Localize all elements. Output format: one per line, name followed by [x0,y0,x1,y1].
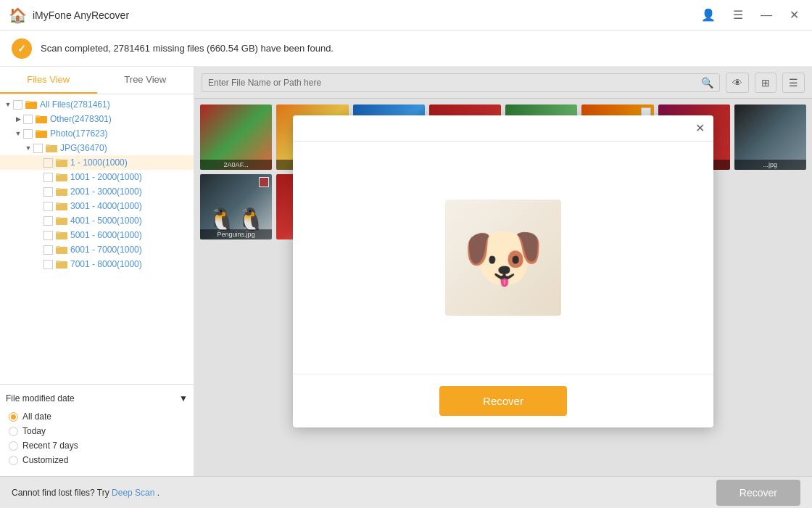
tree-item-jpg[interactable]: ▼ JPG(36470) [0,141,194,155]
tree-item-photo[interactable]: ▼ Photo(177623) [0,126,194,141]
tree-item-range-8[interactable]: 7001 - 8000(1000) [0,257,194,271]
main-layout: Files View Tree View ▼ All Files(2781461… [0,67,812,476]
radio-label-recent-7: Recent 7 days [22,441,78,451]
label-range-2: 1001 - 2000(1000) [70,172,142,182]
right-panel: 🔍 👁 ⊞ ☰ 2A0AF... E368... 2C05F70F@24815.… [194,67,812,476]
success-icon [12,38,32,59]
svg-rect-2 [25,101,30,103]
minimize-button[interactable]: — [756,7,776,23]
toggle-jpg[interactable]: ▼ [23,143,33,153]
modal-preview-image: 🐶 [445,200,561,316]
view-tabs: Files View Tree View [0,67,194,94]
checkbox-range-7[interactable] [44,245,53,255]
radio-label-today: Today [22,426,46,436]
tree-item-range-4[interactable]: 3001 - 4000(1000) [0,199,194,213]
modal-header: ✕ [293,115,713,142]
checkbox-range-2[interactable] [44,173,53,182]
toggle-all-files[interactable]: ▼ [3,99,13,110]
folder-icon-all-files [25,100,37,109]
tree-item-range-3[interactable]: 2001 - 3000(1000) [0,184,194,199]
folder-icon-range-3 [56,187,67,196]
date-filter-label: File modified date [6,393,75,403]
radio-customized[interactable]: Customized [6,453,188,467]
svg-rect-4 [36,115,40,118]
checkbox-range-1[interactable] [44,158,53,168]
window-controls: 👤 ☰ — ✕ [697,7,803,23]
checkbox-range-5[interactable] [44,216,53,226]
modal-overlay: ✕ 🐶 Recover [194,67,812,476]
folder-icon-range-2 [56,173,67,181]
tree-item-range-6[interactable]: 5001 - 6000(1000) [0,228,194,242]
radio-label-customized: Customized [22,455,68,465]
folder-icon-jpg [46,144,57,152]
svg-rect-8 [46,144,50,147]
label-range-4: 3001 - 4000(1000) [70,201,142,211]
checkbox-other[interactable] [23,115,33,124]
checkbox-range-6[interactable] [44,231,53,240]
svg-rect-12 [56,173,60,176]
bottom-bar: Cannot find lost files? Try Deep Scan . … [0,476,812,508]
svg-rect-14 [56,188,60,190]
checkbox-range-4[interactable] [44,202,53,211]
svg-rect-10 [56,159,60,161]
date-filter: File modified date ▼ All date Today Rece… [0,384,194,476]
svg-rect-16 [56,202,60,205]
tree-item-range-2[interactable]: 1001 - 2000(1000) [0,170,194,184]
close-button[interactable]: ✕ [785,7,803,23]
date-filter-header[interactable]: File modified date ▼ [6,390,188,406]
radio-circle-recent-7 [9,441,18,451]
modal-body: 🐶 [293,142,713,374]
left-panel: Files View Tree View ▼ All Files(2781461… [0,67,194,476]
label-range-8: 7001 - 8000(1000) [70,259,142,269]
svg-rect-6 [36,130,40,132]
folder-icon-other [36,115,47,123]
bottom-text-prefix: Cannot find lost files? Try [12,488,109,498]
folder-icon-range-6 [56,231,67,239]
tree-item-range-5[interactable]: 4001 - 5000(1000) [0,213,194,228]
folder-icon-range-1 [56,158,67,167]
checkbox-range-8[interactable] [44,260,53,269]
tree-item-all-files[interactable]: ▼ All Files(2781461) [0,97,194,112]
label-range-1: 1 - 1000(1000) [70,157,128,168]
label-range-7: 6001 - 7000(1000) [70,245,142,255]
label-range-6: 5001 - 6000(1000) [70,230,142,240]
tree-item-other[interactable]: ▶ Other(2478301) [0,112,194,126]
tree-item-range-1[interactable]: 1 - 1000(1000) [0,155,194,170]
modal-close-button[interactable]: ✕ [695,121,705,135]
toggle-range-6 [33,230,44,240]
radio-today[interactable]: Today [6,424,188,438]
radio-circle-customized [9,456,18,465]
file-tree: ▼ All Files(2781461) ▶ Other(2478301) ▼ … [0,94,194,384]
toggle-range-4 [33,201,44,211]
radio-label-all-date: All date [22,411,51,422]
toggle-range-3 [33,187,44,197]
deep-scan-link[interactable]: Deep Scan [112,488,154,498]
preview-modal: ✕ 🐶 Recover [293,115,713,427]
folder-icon-photo [36,129,47,138]
label-photo: Photo(177623) [50,128,107,139]
tab-tree-view[interactable]: Tree View [97,67,194,94]
label-other: Other(2478301) [50,114,112,124]
tree-item-range-7[interactable]: 6001 - 7000(1000) [0,242,194,257]
app-icon: 🏠 [9,7,27,24]
label-range-3: 2001 - 3000(1000) [70,187,142,197]
modal-recover-button[interactable]: Recover [439,386,567,416]
label-range-5: 4001 - 5000(1000) [70,216,142,226]
svg-rect-20 [56,232,60,234]
toggle-range-8 [33,259,44,269]
toggle-photo[interactable]: ▼ [13,128,23,139]
bottom-text-suffix: . [157,488,160,498]
notification-bar: Scan completed, 2781461 missing files (6… [0,30,812,67]
radio-recent-7[interactable]: Recent 7 days [6,438,188,453]
checkbox-all-files[interactable] [13,100,22,110]
menu-button[interactable]: ☰ [729,7,747,23]
checkbox-range-3[interactable] [44,187,53,197]
svg-rect-24 [56,261,60,263]
radio-all-date[interactable]: All date [6,409,188,424]
checkbox-photo[interactable] [23,129,33,139]
main-recover-button[interactable]: Recover [716,480,800,506]
tab-files-view[interactable]: Files View [0,67,97,94]
toggle-other[interactable]: ▶ [13,114,23,124]
checkbox-jpg[interactable] [33,144,43,153]
user-button[interactable]: 👤 [697,7,720,23]
